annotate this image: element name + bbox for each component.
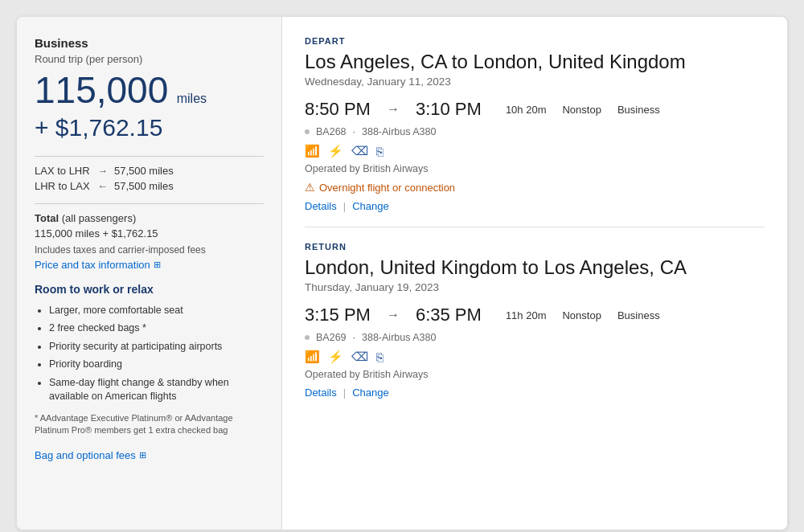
route-miles-2: 57,500 miles <box>114 180 174 192</box>
pipe-2: | <box>343 387 346 399</box>
return-arrive-time: 6:35 PM <box>416 305 482 325</box>
divider-2 <box>35 203 264 204</box>
depart-flight-info: BA268 · 388-Airbus A380 <box>305 126 765 137</box>
route-label-1: LAX to LHR <box>35 165 91 177</box>
return-flight-number: BA269 <box>316 332 347 343</box>
right-panel: DEPART Los Angeles, CA to London, United… <box>282 17 787 530</box>
benefit-2: 2 free checked bags * <box>49 321 264 336</box>
return-separator: · <box>353 332 355 343</box>
total-amount: 115,000 miles + $1,762.15 <box>35 227 264 239</box>
left-panel: Business Round trip (per person) 115,000… <box>17 17 282 530</box>
return-flight-info: BA269 · 388-Airbus A380 <box>305 332 765 343</box>
return-section: RETURN London, United Kingdom to Los Ang… <box>305 242 765 399</box>
return-cabin: Business <box>617 309 660 321</box>
depart-date: Wednesday, January 11, 2023 <box>305 76 765 88</box>
return-usb-icon: ⌫ <box>351 350 368 364</box>
benefit-1: Larger, more comfortable seat <box>49 304 264 318</box>
depart-route: Los Angeles, CA to London, United Kingdo… <box>305 51 765 73</box>
depart-details-row: Details | Change <box>305 200 765 212</box>
return-amenities: 📶 ⚡ ⌫ ⎘ <box>305 350 765 364</box>
benefits-list: Larger, more comfortable seat 2 free che… <box>35 304 264 404</box>
section-divider <box>305 227 765 227</box>
depart-tag: DEPART <box>305 36 765 46</box>
external-icon-price: ⊞ <box>154 260 161 270</box>
return-dot <box>305 335 310 340</box>
return-power-icon: ⚡ <box>328 350 343 364</box>
miles-label: miles <box>177 92 207 105</box>
return-nonstop: Nonstop <box>562 309 601 321</box>
route-row-1: LAX to LHR → 57,500 miles <box>35 165 264 177</box>
cash-amount: + $1,762.15 <box>35 114 264 141</box>
power-icon: ⚡ <box>328 144 343 158</box>
price-tax-link[interactable]: Price and tax information ⊞ <box>35 259 161 271</box>
route-label-2: LHR to LAX <box>35 180 91 192</box>
disclaimer-text: * AAdvantage Executive Platinum® or AAdv… <box>35 412 264 437</box>
wifi-icon: 📶 <box>305 144 320 158</box>
depart-time: 8:50 PM <box>305 99 371 120</box>
route-row-2: LHR to LAX ← 57,500 miles <box>35 180 264 192</box>
depart-details-link[interactable]: Details <box>305 200 337 212</box>
pipe-1: | <box>343 200 346 212</box>
depart-separator: · <box>353 126 355 137</box>
return-duration: 11h 20m <box>506 309 547 321</box>
depart-dot <box>305 129 310 134</box>
return-route: London, United Kingdom to Los Angeles, C… <box>305 256 765 279</box>
room-to-work-heading: Room to work or relax <box>35 283 264 296</box>
return-change-link[interactable]: Change <box>352 387 389 399</box>
overnight-text: Overnight flight or connection <box>319 182 455 194</box>
return-entertainment-icon: ⎘ <box>376 350 384 364</box>
return-date: Thursday, January 19, 2023 <box>305 281 765 293</box>
route-arrow-1: → <box>97 165 108 177</box>
bag-fees-link[interactable]: Bag and optional fees ⊞ <box>35 449 146 461</box>
depart-operated-by: Operated by British Airways <box>305 163 765 174</box>
route-table: LAX to LHR → 57,500 miles LHR to LAX ← 5… <box>35 165 264 192</box>
divider-1 <box>35 156 264 157</box>
return-wifi-icon: 📶 <box>305 350 320 364</box>
warning-icon: ⚠ <box>305 181 315 194</box>
depart-cabin: Business <box>617 104 660 116</box>
route-arrow-2: ← <box>97 180 108 192</box>
depart-arrow: → <box>387 102 400 117</box>
return-details-row: Details | Change <box>305 387 765 399</box>
total-section: Total (all passengers) <box>35 212 264 224</box>
overnight-warning: ⚠ Overnight flight or connection <box>305 181 765 194</box>
depart-change-link[interactable]: Change <box>352 200 389 212</box>
benefit-3: Priority security at participating airpo… <box>49 340 264 354</box>
total-qualifier: (all passengers) <box>62 212 137 224</box>
return-details-link[interactable]: Details <box>305 387 337 399</box>
return-depart-time: 3:15 PM <box>305 305 371 325</box>
external-icon-bag: ⊞ <box>139 450 146 460</box>
depart-nonstop: Nonstop <box>562 104 601 116</box>
total-label: Total <box>35 212 59 224</box>
depart-flight-number: BA268 <box>316 126 347 137</box>
includes-fees-text: Includes taxes and carrier-imposed fees <box>35 244 264 256</box>
return-times-row: 3:15 PM → 6:35 PM 11h 20m Nonstop Busine… <box>305 305 765 325</box>
depart-arrive-time: 3:10 PM <box>416 99 482 120</box>
return-tag: RETURN <box>305 242 765 252</box>
depart-duration: 10h 20m <box>506 104 547 116</box>
depart-aircraft: 388-Airbus A380 <box>362 126 436 137</box>
route-miles-1: 57,500 miles <box>114 165 174 177</box>
benefit-4: Priority boarding <box>49 358 264 372</box>
benefit-5: Same-day flight change & standby when av… <box>49 376 264 404</box>
booking-card: Business Round trip (per person) 115,000… <box>16 16 788 530</box>
return-arrow: → <box>387 308 400 322</box>
return-operated-by: Operated by British Airways <box>305 369 765 380</box>
miles-amount: 115,000 <box>35 69 168 111</box>
usb-icon: ⌫ <box>351 144 368 158</box>
price-tax-link-text: Price and tax information <box>35 259 150 271</box>
cabin-class-label: Business <box>35 36 264 50</box>
depart-times-row: 8:50 PM → 3:10 PM 10h 20m Nonstop Busine… <box>305 99 765 120</box>
depart-section: DEPART Los Angeles, CA to London, United… <box>305 36 765 212</box>
round-trip-label: Round trip (per person) <box>35 53 264 65</box>
entertainment-icon: ⎘ <box>376 145 384 158</box>
depart-amenities: 📶 ⚡ ⌫ ⎘ <box>305 144 765 158</box>
miles-row: 115,000 miles <box>35 70 264 111</box>
bag-fees-link-text: Bag and optional fees <box>35 449 136 461</box>
return-aircraft: 388-Airbus A380 <box>362 332 436 343</box>
